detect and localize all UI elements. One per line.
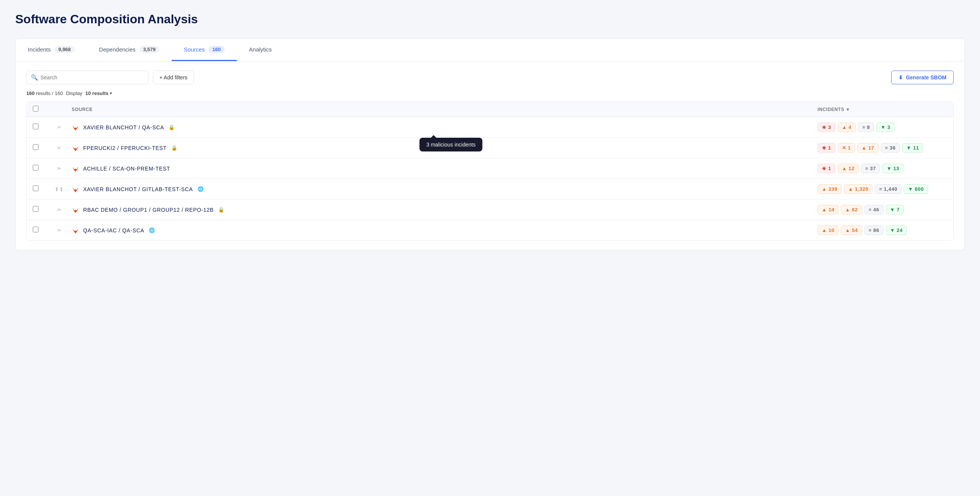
row-1-badge-malicious: ☣ 3 [818, 122, 835, 132]
priority-arrows-icon: ⬆⬆ [55, 187, 64, 192]
display-count-dropdown[interactable]: 10 results ▾ [85, 90, 112, 96]
row-3-badge-medium: ▼ 13 [882, 164, 903, 173]
toolbar: 🔍 + Add filters ⬇ Generate SBOM [26, 71, 954, 84]
tab-incidents[interactable]: Incidents 9,968 [16, 39, 87, 61]
row-4-badge-low: ▼ 600 [904, 184, 928, 194]
row-3-incidents: ☣ 1 ▲ 12 ≡ 37 ▼ 13 [818, 164, 947, 173]
row-6-badge-high: ▲ 54 [841, 225, 862, 235]
row-2-badge-critical: ✕ 1 [838, 143, 855, 153]
row-4-priority: ⬆⬆ [50, 187, 69, 192]
add-filters-button[interactable]: + Add filters [153, 71, 194, 84]
row-4-source-name: Xavier Blanchot / gitlab-test-sca [83, 186, 193, 192]
lock-icon: 🔒 [169, 124, 175, 130]
row-4-source: Xavier Blanchot / gitlab-test-sca 🌐 [72, 185, 815, 193]
tab-dependencies-label: Dependencies [99, 46, 136, 53]
table-row: ≫ Xavier Blanchot / qa-sca 🔒 ☣ 3 [27, 117, 953, 138]
table-row: ≫ RBAC demo / Group1 / Group12 / Repo-12… [27, 200, 953, 220]
row-1-priority: ≫ [50, 125, 69, 129]
row-6-check [33, 227, 47, 234]
row-1-check [33, 124, 47, 131]
priority-arrows-icon: ≫ [57, 228, 61, 232]
header-check [33, 106, 47, 113]
globe-icon: 🌐 [198, 186, 204, 192]
row-1-badge-medium: ▼ 3 [876, 122, 895, 132]
display-count-value: 10 results [85, 90, 109, 96]
row-6-checkbox[interactable] [33, 227, 39, 232]
lock-icon: 🔒 [218, 207, 225, 213]
row-2-priority: ≫ [50, 146, 69, 150]
tab-sources-label: Sources [184, 46, 205, 53]
row-2-badge-high: ▲ 17 [857, 143, 878, 153]
row-5-checkbox[interactable] [33, 206, 39, 212]
row-4-checkbox[interactable] [33, 185, 39, 191]
globe-icon: 🌐 [149, 227, 155, 233]
row-5-badge-medium: ≡ 46 [864, 205, 884, 214]
gitlab-icon [72, 144, 79, 152]
select-all-checkbox[interactable] [33, 106, 39, 111]
row-6-badge-low: ▼ 24 [886, 225, 907, 235]
row-3-badge-malicious: ☣ 1 [818, 164, 835, 173]
row-6-source-name: qa-sca-iac / qa-sca [83, 227, 144, 234]
tab-dependencies-badge: 3,579 [140, 46, 160, 53]
row-1-checkbox[interactable] [33, 124, 39, 129]
row-2-badge-medium: ≡ 36 [881, 143, 900, 153]
tab-incidents-badge: 9,968 [55, 46, 75, 53]
row-2-source: fperucki2 / fperucki-test 🔒 [72, 144, 815, 152]
priority-arrows-icon: ≫ [57, 166, 61, 171]
gitlab-icon [72, 206, 79, 214]
page-title: Software Composition Analysis [15, 12, 965, 26]
row-2-badge-low: ▼ 11 [902, 143, 923, 153]
row-5-priority: ≫ [50, 208, 69, 212]
add-filters-label: + Add filters [159, 74, 188, 81]
gitlab-icon [72, 124, 79, 131]
row-6-incidents: ▲ 10 ▲ 54 ≡ 86 ▼ 24 [818, 225, 947, 235]
row-5-incidents: ▲ 14 ▲ 62 ≡ 46 ▼ 7 [818, 205, 947, 214]
tabs-bar: Incidents 9,968 Dependencies 3,579 Sourc… [15, 39, 965, 61]
row-2-incidents: ☣ 1 ✕ 1 ▲ 17 ≡ 36 ▼ 11 [818, 143, 947, 153]
priority-arrows-icon: ≫ [57, 146, 61, 150]
row-4-incidents: ▲ 239 ▲ 1,320 ≡ 1,440 ▼ 600 [818, 184, 947, 194]
lock-icon: 🔒 [171, 145, 178, 151]
tab-sources[interactable]: Sources 160 [172, 39, 237, 61]
gitlab-icon [72, 165, 79, 172]
row-3-priority: ≫ [50, 166, 69, 171]
content-area: 🔍 + Add filters ⬇ Generate SBOM 160 resu… [15, 61, 965, 250]
row-2-checkbox[interactable] [33, 144, 39, 150]
row-5-badge-high: ▲ 62 [841, 205, 862, 214]
row-6-priority: ≫ [50, 228, 69, 232]
generate-sbom-button[interactable]: ⬇ Generate SBOM [891, 71, 954, 84]
row-2-badge-malicious: ☣ 1 [818, 143, 835, 153]
tab-sources-badge: 160 [209, 46, 225, 53]
incidents-sort-icon[interactable]: ▾ [847, 107, 849, 112]
row-1-badge-high: ≡ 8 [858, 122, 874, 132]
priority-arrows-icon: ≫ [57, 208, 61, 212]
header-source: SOURCE [72, 107, 815, 112]
row-1-incidents: ☣ 3 ▲ 4 ≡ 8 ▼ 3 [818, 122, 947, 132]
row-6-badge-critical: ▲ 10 [818, 225, 839, 235]
table-row: ⬆⬆ Xavier Blanchot / gitlab-test-sca 🌐 ▲… [27, 179, 953, 200]
row-3-source-name: Achille / sca-on-prem-test [83, 166, 170, 172]
header-incidents: INCIDENTS ▾ [818, 107, 947, 112]
row-4-check [33, 185, 47, 193]
row-1-source: Xavier Blanchot / qa-sca 🔒 [72, 124, 815, 131]
search-icon: 🔍 [31, 74, 38, 81]
row-3-check [33, 165, 47, 172]
search-input[interactable] [26, 71, 148, 84]
table-row: ≫ qa-sca-iac / qa-sca 🌐 ▲ 10 ▲ 54 [27, 220, 953, 240]
row-4-badge-high: ▲ 1,320 [844, 184, 872, 194]
row-5-source: RBAC demo / Group1 / Group12 / Repo-12B … [72, 206, 815, 214]
search-wrap: 🔍 [26, 71, 148, 84]
row-5-badge-critical: ▲ 14 [818, 205, 839, 214]
tab-dependencies[interactable]: Dependencies 3,579 [87, 39, 172, 61]
row-1-badge-critical: ▲ 4 [838, 122, 856, 132]
row-4-badge-critical: ▲ 239 [818, 184, 842, 194]
table-header: SOURCE INCIDENTS ▾ [27, 102, 953, 117]
row-5-badge-low: ▼ 7 [886, 205, 904, 214]
results-bar: 160 results / 160 Display 10 results ▾ [26, 90, 954, 96]
row-3-checkbox[interactable] [33, 165, 39, 171]
gitlab-icon [72, 185, 79, 193]
gitlab-icon [72, 227, 79, 234]
row-4-badge-medium: ≡ 1,440 [875, 184, 901, 194]
tab-analytics[interactable]: Analytics [237, 39, 284, 61]
display-label: Display [66, 90, 82, 96]
